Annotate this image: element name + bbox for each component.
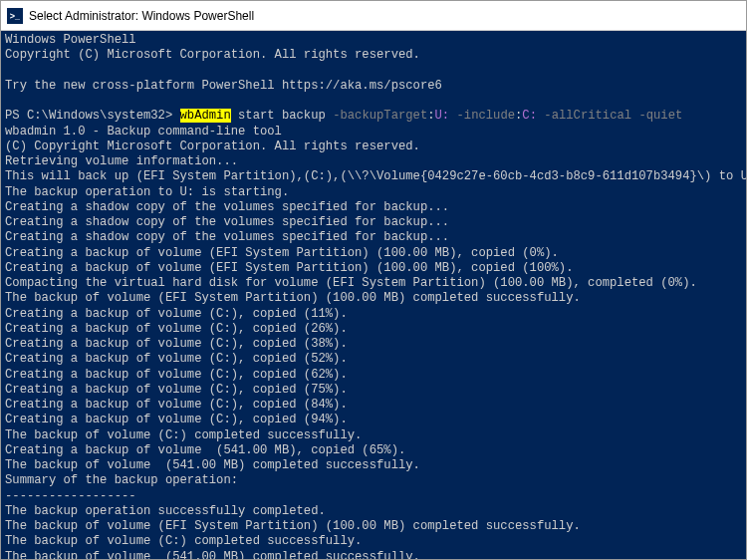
output-line: Creating a shadow copy of the volumes sp… xyxy=(5,215,742,230)
output-line: Compacting the virtual hard disk for vol… xyxy=(5,276,742,291)
output-line: Creating a backup of volume (C:), copied… xyxy=(5,413,742,427)
output-line: The backup of volume (EFI System Partiti… xyxy=(5,291,742,306)
window-title: Select Administrator: Windows PowerShell xyxy=(29,9,254,23)
terminal-area[interactable]: Windows PowerShellCopyright (C) Microsof… xyxy=(1,31,746,559)
header-line: Copyright (C) Microsoft Corporation. All… xyxy=(5,48,742,63)
output-line: Creating a backup of volume (EFI System … xyxy=(5,246,742,261)
command-line: PS C:\Windows\system32> wbAdmin start ba… xyxy=(5,109,742,124)
output-line: Retrieving volume information... xyxy=(5,154,742,169)
output-line: Creating a backup of volume (C:), copied… xyxy=(5,352,742,367)
output-line: Creating a backup of volume (C:), copied… xyxy=(5,322,742,337)
output-line: This will back up (EFI System Partition)… xyxy=(5,169,742,184)
output-line: Summary of the backup operation: xyxy=(5,473,742,488)
output-line: Creating a backup of volume (EFI System … xyxy=(5,261,742,276)
param: -allCritical xyxy=(544,109,631,123)
blank-line xyxy=(5,94,742,109)
output-line: The backup of volume (C:) completed succ… xyxy=(5,428,742,443)
output-line: wbadmin 1.0 - Backup command-line tool xyxy=(5,125,742,140)
output-line: Creating a backup of volume (C:), copied… xyxy=(5,337,742,352)
output-line: Creating a backup of volume (C:), copied… xyxy=(5,368,742,383)
output-line: Creating a shadow copy of the volumes sp… xyxy=(5,200,742,215)
param: -quiet xyxy=(638,109,682,123)
output-line: Creating a backup of volume (541.00 MB),… xyxy=(5,443,742,458)
prompt-text: PS C:\Windows\system32> xyxy=(5,109,180,123)
header-line: Try the new cross-platform PowerShell ht… xyxy=(5,79,742,94)
output-line: The backup operation to U: is starting. xyxy=(5,185,742,200)
powershell-window: >_ Select Administrator: Windows PowerSh… xyxy=(0,0,747,560)
titlebar[interactable]: >_ Select Administrator: Windows PowerSh… xyxy=(1,1,746,31)
output-line: The backup of volume (EFI System Partiti… xyxy=(5,519,742,534)
output-line: Creating a shadow copy of the volumes sp… xyxy=(5,230,742,245)
command-args: start backup xyxy=(231,109,333,123)
output-line: Creating a backup of volume (C:), copied… xyxy=(5,307,742,322)
header-line: Windows PowerShell xyxy=(5,33,742,48)
command-name: wbAdmin xyxy=(180,109,231,123)
output-line: The backup of volume (541.00 MB) complet… xyxy=(5,550,742,560)
output-line: Creating a backup of volume (C:), copied… xyxy=(5,398,742,413)
output-line: Creating a backup of volume (C:), copied… xyxy=(5,383,742,398)
param: -include xyxy=(457,109,516,123)
output-line: The backup of volume (C:) completed succ… xyxy=(5,534,742,549)
powershell-icon: >_ xyxy=(7,8,23,24)
param: -backupTarget xyxy=(333,109,427,123)
output-line: ------------------ xyxy=(5,489,742,504)
output-line: The backup of volume (541.00 MB) complet… xyxy=(5,458,742,473)
param-value: C: xyxy=(522,109,537,123)
param-value: U: xyxy=(435,109,450,123)
output-line: The backup operation successfully comple… xyxy=(5,504,742,519)
output-line: (C) Copyright Microsoft Corporation. All… xyxy=(5,140,742,154)
colon: : xyxy=(427,109,434,123)
blank-line xyxy=(5,64,742,79)
